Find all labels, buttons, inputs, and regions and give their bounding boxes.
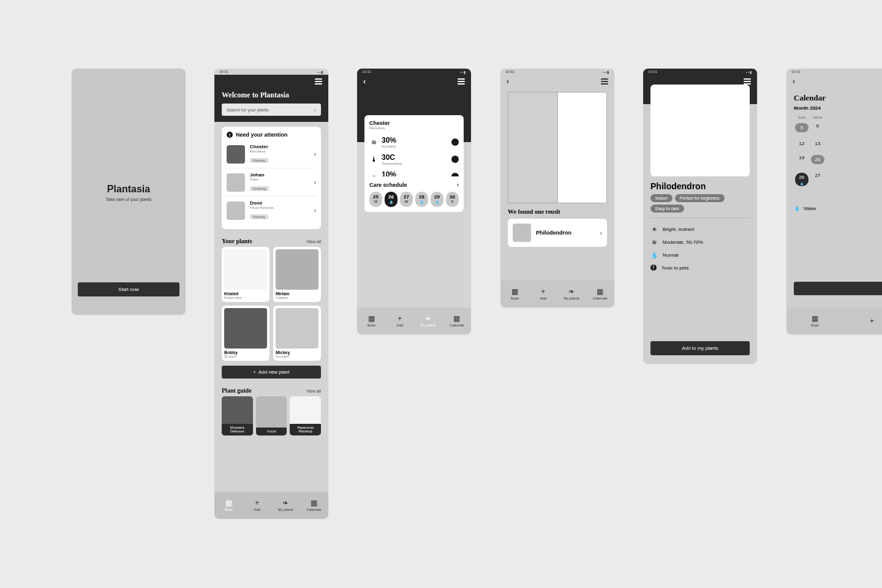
back-icon[interactable]: ‹ xyxy=(649,77,652,86)
warning-icon: ! xyxy=(650,265,657,271)
status-bar: 19:31 ••▮ xyxy=(214,69,328,75)
status-time: 19:31 xyxy=(791,70,801,75)
nav-myplants[interactable]: ❧My plants xyxy=(557,281,586,307)
leaf-icon: ❧ xyxy=(282,499,288,507)
attn-sub: Monstera xyxy=(250,149,309,153)
nav-myplants[interactable]: ❧My plants xyxy=(271,492,300,519)
calendar-action-button[interactable] xyxy=(794,282,882,295)
guide-card[interactable]: Yucca xyxy=(256,396,287,435)
screen-home: 19:31 ••▮ Welcome to Plantasia Search fo… xyxy=(214,69,328,519)
qr-icon: ▦ xyxy=(511,288,518,295)
hero-image xyxy=(650,85,750,176)
nav-scan[interactable]: ▦Scan xyxy=(786,307,843,334)
menu-icon[interactable] xyxy=(315,78,322,85)
viewall-link[interactable]: View all xyxy=(306,389,321,393)
plant-sub: ZZ plant xyxy=(224,355,267,358)
plant-name: Bobby xyxy=(224,350,267,355)
attention-row[interactable]: Johan Palm Fertilizing › xyxy=(227,168,316,197)
nav-calendar[interactable]: ▦Calendar xyxy=(300,492,329,519)
cal-day[interactable]: 27 xyxy=(810,173,826,186)
day-pill[interactable]: 30S xyxy=(446,192,459,207)
day-pill[interactable]: 26💧 xyxy=(385,192,398,207)
guide-card[interactable]: Peperomia Raindrop xyxy=(290,396,321,435)
status-time: 19:31 xyxy=(219,70,228,75)
cal-day[interactable]: 26 xyxy=(795,173,809,186)
scan-result-row[interactable]: Philodendron › xyxy=(508,219,607,247)
tag: Easy to care xyxy=(650,205,684,213)
chevron-right-icon: › xyxy=(314,151,316,157)
status-time: 19:31 xyxy=(648,70,657,75)
attention-row[interactable]: Domi Ficus Robusta Watering › xyxy=(227,197,316,224)
cal-day[interactable]: 12 xyxy=(794,141,810,146)
nav-myplants[interactable]: ❧My plants xyxy=(414,307,443,334)
tag: Perfect for beginners xyxy=(675,194,725,202)
start-now-button[interactable]: Start now xyxy=(78,282,179,296)
day-pill[interactable]: 25M xyxy=(369,192,382,207)
plus-icon: + xyxy=(398,315,402,322)
status-time: 19:31 xyxy=(505,70,514,75)
menu-icon[interactable] xyxy=(744,78,751,85)
cal-day[interactable]: 5 xyxy=(795,123,809,132)
result-thumb xyxy=(513,224,531,242)
plant-title: Philodendron xyxy=(643,176,757,194)
day-pill[interactable]: 28💧 xyxy=(415,192,428,207)
nav-add[interactable]: +Add xyxy=(529,281,558,307)
plant-card[interactable]: Khaled Rubber plant xyxy=(222,247,270,302)
guide-label: Yucca xyxy=(256,428,287,435)
guide-card[interactable]: Monstera Deliciosa xyxy=(222,396,253,435)
plant-sub: Succulent xyxy=(276,355,318,358)
property-row: !Toxic to pets xyxy=(643,262,757,274)
nav-scan[interactable]: ▦Scan xyxy=(214,492,243,519)
back-icon[interactable]: ‹ xyxy=(793,77,795,86)
screen-plant-page: 19:31••▮ ‹ Philodendron Indoor Perfect f… xyxy=(643,69,757,364)
attn-name: Domi xyxy=(250,200,309,206)
day-pill[interactable]: 29💧 xyxy=(431,192,443,207)
day-pill[interactable]: 27W xyxy=(400,192,413,207)
cal-day[interactable]: 20 xyxy=(811,155,824,164)
status-icons: ••▮ xyxy=(746,70,752,75)
nav-calendar[interactable]: ▦Calendar xyxy=(586,281,615,307)
add-to-plants-button[interactable]: Add to my plants xyxy=(650,341,750,355)
add-new-label: Add new plant xyxy=(258,369,290,375)
guide-label: Monstera Deliciosa xyxy=(222,424,253,435)
status-icons: ••▮ xyxy=(603,70,609,75)
nav-add[interactable]: +Add xyxy=(243,492,272,519)
nav-add[interactable]: +Add xyxy=(386,307,415,334)
menu-icon[interactable] xyxy=(458,78,465,85)
back-icon[interactable]: ‹ xyxy=(363,77,366,86)
yourplants-title: Your plants xyxy=(222,238,252,244)
nav-scan[interactable]: ▦Scan xyxy=(500,281,529,307)
nav-calendar[interactable]: ▦Calendar xyxy=(443,307,472,334)
plant-name: Miriam xyxy=(276,292,318,296)
sun-icon: ☀ xyxy=(650,226,658,233)
back-icon[interactable]: ‹ xyxy=(507,77,509,86)
temperature-row: 🌡 30CTemperature xyxy=(369,151,459,168)
plant-card[interactable]: Miriam Calathea xyxy=(273,247,321,302)
guide-label: Peperomia Raindrop xyxy=(290,424,321,435)
attn-name: Johan xyxy=(250,172,309,178)
menu-icon[interactable] xyxy=(601,78,608,85)
plus-icon: + xyxy=(541,288,545,295)
plant-name: Khaled xyxy=(224,292,267,296)
plant-card[interactable]: Bobby ZZ plant xyxy=(222,306,270,361)
add-new-plant-button[interactable]: + Add new plant xyxy=(222,366,321,379)
chevron-right-icon[interactable]: › xyxy=(457,181,459,188)
calendar-month: Month 2024 xyxy=(786,105,882,116)
leaf-icon: ❧ xyxy=(425,315,431,322)
water-legend: 💧 Water xyxy=(786,198,882,216)
attention-row[interactable]: Chester Monstera Watering › xyxy=(227,140,316,168)
chevron-right-icon: › xyxy=(600,230,602,236)
cal-day[interactable]: 6 xyxy=(810,123,826,132)
status-icons: ••▮ xyxy=(460,70,466,75)
nav-add[interactable]: + xyxy=(843,307,882,334)
attn-sub: Ficus Robusta xyxy=(250,206,309,209)
viewall-link[interactable]: View all xyxy=(306,239,321,244)
tag: Indoor xyxy=(650,194,673,202)
cal-day[interactable]: 13 xyxy=(810,141,826,146)
search-input[interactable]: Search for your plants ⌕ xyxy=(222,104,321,116)
nav-scan[interactable]: ▦Scan xyxy=(357,307,386,334)
plant-card[interactable]: Mickey Succulent xyxy=(273,306,321,361)
screen-plant-detail: 19:31••▮ ‹ Chester Monstera ≋ 30%Humidit… xyxy=(357,69,471,334)
plant-image xyxy=(276,249,318,290)
cal-day[interactable]: 19 xyxy=(794,155,810,164)
